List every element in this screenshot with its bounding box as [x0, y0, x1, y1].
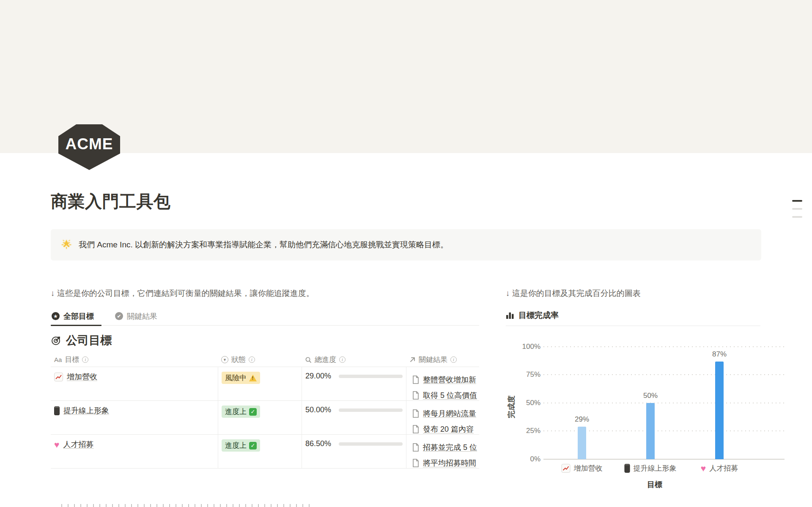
goals-caption: ↓ 這些是你的公司目標，它們連結到可衡量的關鍵結果，讓你能追蹤進度。 — [51, 288, 479, 299]
callout-text: 我們 Acme Inc. 以創新的解決方案和專業指導賦能企業，幫助他們充滿信心地… — [79, 239, 448, 250]
status-badge: 風險中 — [222, 372, 260, 384]
document-icon — [412, 375, 419, 384]
goals-table: Aa 目標 i ▼ 狀態 i 總進度 i 關鍵結果 i — [51, 353, 479, 469]
acme-logo[interactable]: ACME — [58, 124, 120, 170]
tab-label: 關鍵結果 — [127, 311, 157, 321]
target-icon — [51, 335, 62, 346]
heart-icon: ♥ — [54, 440, 59, 449]
key-result-text: 整體營收增加新 — [423, 375, 476, 385]
database-title-text: 公司目標 — [66, 333, 112, 348]
column-label: 目標 — [65, 355, 79, 364]
status-badge: 進度上 ✓ — [222, 406, 260, 418]
goals-section: ↓ 這些是你的公司目標，它們連結到可衡量的關鍵結果，讓你能追蹤進度。 ★ 全部目… — [51, 288, 479, 507]
x-category-goal-3: ♥ 人才招募 — [701, 463, 738, 473]
key-result-link[interactable]: 將平均招募時間 — [412, 455, 476, 468]
search-icon — [305, 356, 312, 363]
status-label: 進度上 — [225, 407, 247, 417]
progress-bar — [339, 408, 403, 412]
column-label: 關鍵結果 — [419, 355, 447, 364]
divider — [506, 326, 760, 326]
info-icon[interactable]: i — [82, 356, 88, 363]
progress-bar — [339, 375, 403, 378]
status-cell[interactable]: 風險中 — [218, 367, 302, 400]
bar-value-label: 50% — [643, 392, 658, 400]
info-icon[interactable]: i — [249, 356, 255, 363]
progress-cell[interactable]: 86.50% — [302, 435, 406, 468]
column-label: 狀態 — [231, 355, 246, 364]
key-result-text: 發布 20 篇內容 — [423, 424, 474, 434]
progress-value: 86.50% — [305, 439, 333, 448]
bar-goal-1 — [578, 427, 586, 459]
column-header-goal[interactable]: Aa 目標 i — [51, 353, 218, 367]
bar-chart-icon — [506, 312, 514, 319]
tab-key-results[interactable]: ✔ 關鍵結果 — [114, 310, 165, 325]
check-badge-icon: ✔ — [115, 312, 123, 320]
goal-link-text[interactable]: 人才招募 — [63, 439, 93, 449]
status-label: 風險中 — [225, 373, 247, 383]
bar-goal-3 — [715, 362, 724, 459]
progress-value: 29.00% — [305, 372, 333, 381]
chart-increasing-icon — [54, 373, 63, 381]
key-result-link[interactable]: 取得 5 位高價值 — [412, 387, 476, 400]
check-icon: ✓ — [249, 442, 257, 449]
table-row: 增加營收 風險中 29.00% 整體營收增加新 — [51, 367, 479, 401]
status-badge: 進度上 ✓ — [222, 439, 260, 452]
warning-icon — [249, 375, 257, 381]
callout: 🌟︎ 我們 Acme Inc. 以創新的解決方案和專業指導賦能企業，幫助他們充滿… — [51, 229, 761, 260]
goal-cell[interactable]: 提升線上形象 — [51, 401, 218, 434]
bar-value-label: 87% — [712, 350, 727, 359]
tab-all-goals[interactable]: ★ 全部目標 — [51, 310, 102, 325]
table-header-row: Aa 目標 i ▼ 狀態 i 總進度 i 關鍵結果 i — [51, 353, 479, 367]
key-result-text: 取得 5 位高價值 — [423, 390, 477, 400]
chart-title-text: 目標完成率 — [518, 310, 559, 321]
status-label: 進度上 — [225, 441, 247, 450]
key-result-link[interactable]: 招募並完成 5 位 — [412, 439, 476, 455]
progress-value: 50.00% — [305, 406, 333, 414]
tab-label: 全部目標 — [63, 311, 94, 321]
document-icon — [412, 425, 419, 433]
goal-link-text[interactable]: 增加營收 — [67, 372, 97, 382]
glowing-star-icon: 🌟︎ — [62, 239, 72, 251]
key-results-cell: 將每月網站流量 發布 20 篇內容 — [406, 401, 479, 434]
table-row: ♥ 人才招募 進度上 ✓ 86.50% 招募並完成 5 位 — [51, 435, 479, 469]
heart-icon: ♥ — [701, 464, 706, 473]
column-header-key-results[interactable]: 關鍵結果 i — [406, 353, 479, 367]
column-header-status[interactable]: ▼ 狀態 i — [218, 353, 302, 367]
status-cell[interactable]: 進度上 ✓ — [218, 435, 302, 468]
table-row: 提升線上形象 進度上 ✓ 50.00% 將每月網站流量 — [51, 401, 479, 435]
acme-logo-text: ACME — [66, 135, 113, 153]
chart-view-title[interactable]: 目標完成率 — [506, 310, 559, 321]
chart-caption: ↓ 這是你的目標及其完成百分比的圖表 — [506, 288, 789, 299]
database-title[interactable]: 公司目標 — [51, 333, 112, 348]
document-icon — [412, 409, 419, 418]
goal-cell[interactable]: ♥ 人才招募 — [51, 435, 218, 468]
page-cover — [0, 0, 812, 153]
bar-goal-2 — [646, 403, 655, 459]
category-label: 人才招募 — [709, 463, 738, 473]
progress-cell[interactable]: 50.00% — [302, 401, 406, 434]
text-type-icon: Aa — [54, 356, 62, 363]
bar-value-label: 29% — [575, 415, 589, 424]
info-icon[interactable]: i — [339, 356, 346, 363]
document-icon — [412, 391, 419, 400]
check-icon: ✓ — [249, 408, 257, 416]
progress-cell[interactable]: 29.00% — [302, 367, 406, 400]
category-label: 增加營收 — [574, 463, 603, 473]
key-result-link[interactable]: 整體營收增加新 — [412, 372, 476, 387]
column-header-progress[interactable]: 總進度 i — [302, 353, 406, 367]
goal-link-text[interactable]: 提升線上形象 — [63, 406, 109, 416]
info-icon[interactable]: i — [450, 356, 457, 363]
status-cell[interactable]: 進度上 ✓ — [218, 401, 302, 434]
key-result-link[interactable]: 發布 20 篇內容 — [412, 421, 476, 434]
document-icon — [412, 459, 419, 467]
goal-cell[interactable]: 增加營收 — [51, 367, 218, 400]
key-result-link[interactable]: 將每月網站流量 — [412, 406, 476, 421]
toc-indicator[interactable] — [792, 200, 802, 224]
x-axis-label: 目標 — [647, 480, 662, 490]
clipped-next-line — [61, 504, 315, 507]
mobile-phone-icon — [625, 464, 630, 473]
chart-increasing-icon — [562, 464, 571, 473]
x-category-goal-2: 提升線上形象 — [625, 463, 677, 473]
mobile-phone-icon — [54, 406, 60, 415]
key-results-cell: 整體營收增加新 取得 5 位高價值 — [406, 367, 479, 400]
